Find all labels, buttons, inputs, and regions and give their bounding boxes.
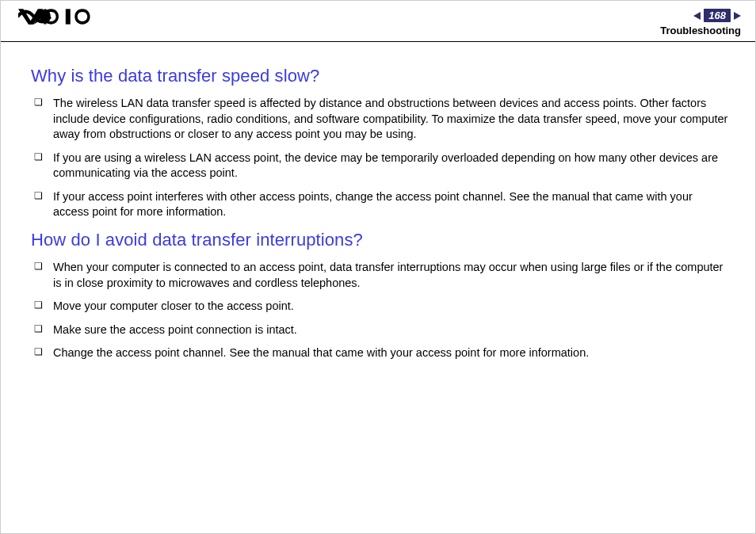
bullet-list-2: When your computer is connected to an ac…	[31, 260, 730, 361]
list-item: The wireless LAN data transfer speed is …	[34, 96, 730, 143]
document-page: 168 Troubleshooting Why is the data tran…	[0, 0, 756, 534]
svg-rect-0	[66, 9, 71, 24]
page-content: Why is the data transfer speed slow? The…	[1, 42, 755, 361]
list-item: When your computer is connected to an ac…	[34, 260, 730, 291]
list-item: If your access point interferes with oth…	[34, 189, 730, 220]
page-header: 168 Troubleshooting	[1, 1, 755, 42]
header-right: 168 Troubleshooting	[660, 9, 741, 36]
bullet-list-1: The wireless LAN data transfer speed is …	[31, 96, 730, 220]
list-item: If you are using a wireless LAN access p…	[34, 151, 730, 181]
list-item: Move your computer closer to the access …	[34, 299, 730, 315]
vaio-logo-svg	[18, 9, 91, 25]
list-item: Make sure the access point connection is…	[34, 322, 730, 338]
list-item: Change the access point channel. See the…	[34, 345, 730, 361]
page-number-badge: 168	[704, 9, 731, 22]
next-page-arrow-icon[interactable]	[734, 12, 741, 20]
section-title: Troubleshooting	[660, 25, 741, 36]
heading-2: How do I avoid data transfer interruptio…	[31, 230, 730, 250]
page-indicator: 168	[660, 9, 741, 22]
vaio-logo	[18, 9, 91, 25]
prev-page-arrow-icon[interactable]	[693, 12, 701, 20]
heading-1: Why is the data transfer speed slow?	[31, 66, 730, 86]
